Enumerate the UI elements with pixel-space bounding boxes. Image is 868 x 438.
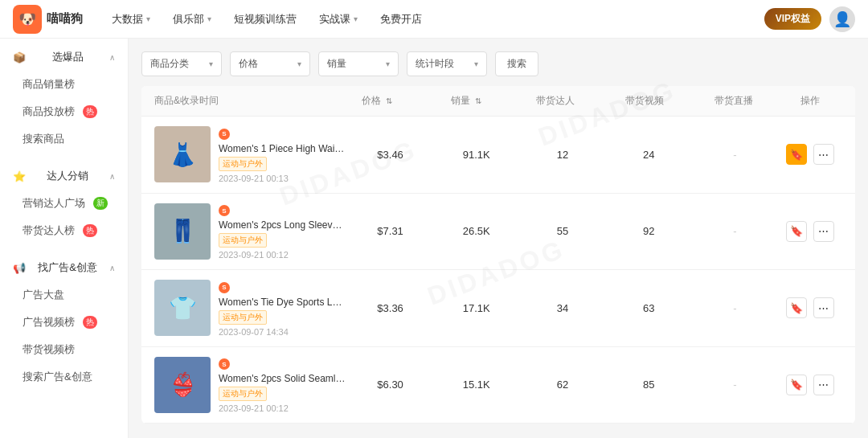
bookmark-button[interactable]: 🔖 <box>786 375 807 395</box>
product-sales: 17.1K <box>433 302 519 314</box>
product-image: 👖 <box>154 203 211 260</box>
product-influencers: 34 <box>519 302 605 314</box>
product-image: 👙 <box>154 357 211 413</box>
table-row: 👙 S Women's 2pcs Solid Seamless Lon... 运… <box>141 347 855 424</box>
sidebar-item-influencer-rank[interactable]: 带货达人榜 热 <box>0 217 128 244</box>
platform-icon: S <box>219 358 230 370</box>
product-influencers: 62 <box>519 379 605 391</box>
action-cell: 🔖 ⋯ <box>778 221 842 242</box>
chevron-down-icon: ▾ <box>146 14 150 23</box>
product-tag: 运动与户外 <box>219 233 267 248</box>
bookmark-button[interactable]: 🔖 <box>786 221 807 242</box>
sidebar-group-influencer[interactable]: ⭐ 达人分销 ∧ <box>0 162 128 190</box>
logo-text: 喵喵狗 <box>47 11 83 27</box>
product-livestreams: - <box>692 302 778 314</box>
layout: 📦 选爆品 ∧ 商品销量榜 商品投放榜 热 搜索商品 ⭐ 达人分销 ∧ <box>0 39 868 438</box>
nav-item-club[interactable]: 俱乐部 ▾ <box>163 7 221 31</box>
sidebar-item-influencer-plaza[interactable]: 营销达人广场 新 <box>0 190 128 217</box>
product-videos: 63 <box>606 302 692 314</box>
product-platform: S <box>219 205 230 216</box>
product-sales: 15.1K <box>433 379 519 391</box>
chevron-down-icon: ▾ <box>354 14 358 23</box>
product-platform: S <box>219 129 230 140</box>
chevron-down-icon: ▾ <box>474 59 478 68</box>
col-influencers: 带货达人 <box>510 94 600 108</box>
ads-icon: 📢 <box>13 262 26 274</box>
action-cell: 🔖 ⋯ <box>778 144 842 165</box>
product-info: S Women's 2pcs Solid Seamless Lon... 运动与… <box>219 357 347 414</box>
product-cell: 👖 S Women's 2pcs Long Sleeve Crop... 运动与… <box>154 203 347 260</box>
product-date: 2023-09-21 00:12 <box>219 250 347 260</box>
sidebar-item-search-product[interactable]: 搜索商品 <box>0 125 128 153</box>
product-cell: 👕 S Women's Tie Dye Sports Leggings,... … <box>154 280 347 337</box>
detail-button[interactable]: ⋯ <box>813 297 834 318</box>
logo-icon: 🐶 <box>13 5 42 34</box>
product-name: Women's 2pcs Solid Seamless Lon... <box>219 373 347 384</box>
nav-right: VIP权益 👤 <box>764 6 855 32</box>
nav-item-course[interactable]: 实战课 ▾ <box>309 7 367 31</box>
detail-button[interactable]: ⋯ <box>813 144 834 165</box>
sidebar-group-products[interactable]: 📦 选爆品 ∧ <box>0 43 128 71</box>
product-videos: 85 <box>606 379 692 391</box>
product-image: 👗 <box>154 126 211 182</box>
category-filter[interactable]: 商品分类 ▾ <box>141 51 222 76</box>
sidebar-item-ad-rank[interactable]: 商品投放榜 热 <box>0 98 128 125</box>
product-price: $7.31 <box>347 225 433 237</box>
product-date: 2023-09-07 14:34 <box>219 327 347 337</box>
col-product: 商品&收录时间 <box>154 94 333 108</box>
product-videos: 92 <box>606 225 692 237</box>
table-row: 👖 S Women's 2pcs Long Sleeve Crop... 运动与… <box>141 194 855 271</box>
sidebar-item-search-ad[interactable]: 搜索广告&创意 <box>0 363 128 391</box>
table-body: 👗 S Women's 1 Piece High Waist Sports...… <box>141 117 855 424</box>
product-table: 商品&收录时间 价格 ⇅ 销量 ⇅ 带货达人 带货视频 <box>141 86 855 424</box>
search-button[interactable]: 搜索 <box>495 51 538 76</box>
vip-button[interactable]: VIP权益 <box>764 8 821 30</box>
product-date: 2023-09-21 00:12 <box>219 403 347 413</box>
bookmark-button[interactable]: 🔖 <box>786 297 807 318</box>
product-cell: 👗 S Women's 1 Piece High Waist Sports...… <box>154 126 347 183</box>
col-sales[interactable]: 销量 ⇅ <box>422 94 511 108</box>
sidebar-item-ad-video-rank[interactable]: 广告视频榜 热 <box>0 309 128 336</box>
nav-item-training[interactable]: 短视频训练营 <box>224 7 306 31</box>
product-influencers: 12 <box>519 149 605 161</box>
bookmark-button[interactable]: 🔖 <box>786 144 807 165</box>
chevron-down-icon: ▾ <box>297 59 301 68</box>
sales-filter[interactable]: 销量 ▾ <box>318 51 399 76</box>
product-tag: 运动与户外 <box>219 310 267 325</box>
product-info: S Women's 1 Piece High Waist Sports... 运… <box>219 126 347 183</box>
detail-button[interactable]: ⋯ <box>813 221 834 242</box>
chevron-icon: ∧ <box>109 264 115 272</box>
platform-icon: S <box>219 205 230 216</box>
platform-icon: S <box>219 129 230 140</box>
detail-button[interactable]: ⋯ <box>813 375 834 395</box>
sidebar-item-ad-market[interactable]: 广告大盘 <box>0 281 128 309</box>
product-image: 👕 <box>154 280 211 336</box>
table-row: 👕 S Women's Tie Dye Sports Leggings,... … <box>141 270 855 347</box>
sidebar-item-cargo-video-rank[interactable]: 带货视频榜 <box>0 336 128 363</box>
chevron-down-icon: ▾ <box>386 59 390 68</box>
star-icon: ⭐ <box>13 170 26 182</box>
nav-item-bigdata[interactable]: 大数据 ▾ <box>102 7 160 31</box>
sidebar-item-sales-rank[interactable]: 商品销量榜 <box>0 71 128 98</box>
chevron-icon: ∧ <box>109 172 115 181</box>
product-livestreams: - <box>692 225 778 237</box>
action-cell: 🔖 ⋯ <box>778 297 842 318</box>
hot-badge: 热 <box>83 316 97 329</box>
product-cell: 👙 S Women's 2pcs Solid Seamless Lon... 运… <box>154 357 347 414</box>
chevron-down-icon: ▾ <box>207 14 211 23</box>
product-tag: 运动与户外 <box>219 157 267 171</box>
sidebar-group-ads[interactable]: 📢 找广告&创意 ∧ <box>0 254 128 281</box>
nav-item-store[interactable]: 免费开店 <box>371 7 432 31</box>
product-tag: 运动与户外 <box>219 387 267 401</box>
logo-area: 🐶 喵喵狗 <box>13 5 83 34</box>
product-price: $6.30 <box>347 379 433 391</box>
sidebar-section-ads: 📢 找广告&创意 ∧ 广告大盘 广告视频榜 热 带货视频榜 搜索广告&创意 <box>0 249 128 395</box>
avatar[interactable]: 👤 <box>829 6 855 32</box>
period-filter[interactable]: 统计时段 ▾ <box>407 51 487 76</box>
nav-items: 大数据 ▾ 俱乐部 ▾ 短视频训练营 实战课 ▾ 免费开店 <box>102 7 764 31</box>
hot-badge: 热 <box>83 105 97 118</box>
price-filter[interactable]: 价格 ▾ <box>230 51 310 76</box>
sidebar-section-products: 📦 选爆品 ∧ 商品销量榜 商品投放榜 热 搜索商品 <box>0 39 128 158</box>
product-price: $3.46 <box>347 149 433 161</box>
col-price[interactable]: 价格 ⇅ <box>333 94 422 108</box>
